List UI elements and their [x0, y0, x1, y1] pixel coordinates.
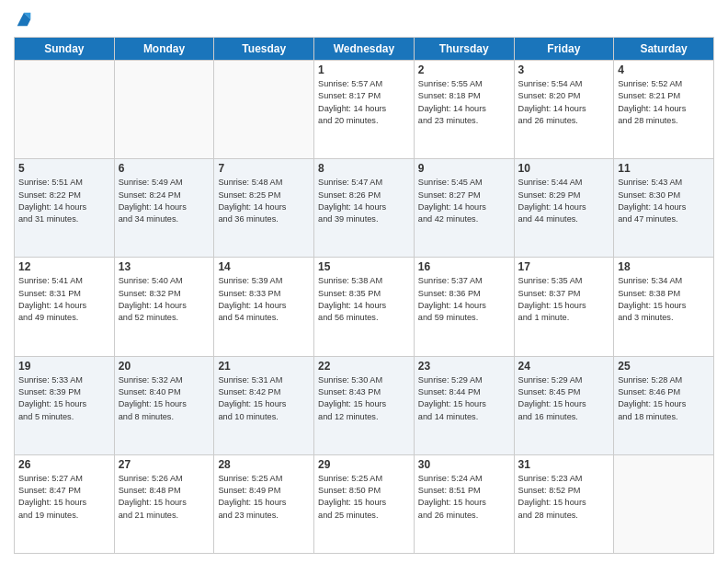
calendar-cell: 9Sunrise: 5:45 AM Sunset: 8:27 PM Daylig… [414, 159, 514, 258]
calendar-cell: 28Sunrise: 5:25 AM Sunset: 8:49 PM Dayli… [214, 454, 314, 553]
day-info: Sunrise: 5:30 AM Sunset: 8:43 PM Dayligh… [318, 374, 410, 423]
calendar-cell: 8Sunrise: 5:47 AM Sunset: 8:26 PM Daylig… [314, 159, 415, 258]
calendar-cell: 15Sunrise: 5:38 AM Sunset: 8:35 PM Dayli… [314, 258, 415, 356]
day-info: Sunrise: 5:55 AM Sunset: 8:18 PM Dayligh… [418, 78, 510, 127]
page: SundayMondayTuesdayWednesdayThursdayFrid… [0, 0, 728, 563]
day-info: Sunrise: 5:41 AM Sunset: 8:31 PM Dayligh… [18, 275, 110, 324]
day-number: 18 [618, 260, 710, 273]
day-number: 20 [119, 360, 210, 373]
calendar-cell: 23Sunrise: 5:29 AM Sunset: 8:44 PM Dayli… [414, 356, 514, 454]
day-number: 7 [218, 162, 310, 175]
day-number: 10 [518, 162, 610, 175]
day-number: 23 [418, 360, 510, 373]
calendar-cell: 21Sunrise: 5:31 AM Sunset: 8:42 PM Dayli… [214, 356, 314, 454]
calendar-cell: 11Sunrise: 5:43 AM Sunset: 8:30 PM Dayli… [614, 159, 714, 258]
day-info: Sunrise: 5:52 AM Sunset: 8:21 PM Dayligh… [618, 78, 710, 127]
weekday-header-monday: Monday [114, 38, 214, 61]
calendar-cell: 19Sunrise: 5:33 AM Sunset: 8:39 PM Dayli… [15, 356, 115, 454]
day-number: 16 [418, 260, 510, 273]
weekday-header-wednesday: Wednesday [314, 38, 415, 61]
calendar-cell: 16Sunrise: 5:37 AM Sunset: 8:36 PM Dayli… [414, 258, 514, 356]
weekday-header-sunday: Sunday [15, 38, 115, 61]
day-number: 17 [518, 260, 610, 273]
logo-icon [14, 9, 34, 29]
day-number: 2 [418, 63, 510, 76]
calendar-cell: 5Sunrise: 5:51 AM Sunset: 8:22 PM Daylig… [15, 159, 115, 258]
calendar-cell: 24Sunrise: 5:29 AM Sunset: 8:45 PM Dayli… [514, 356, 614, 454]
day-info: Sunrise: 5:24 AM Sunset: 8:51 PM Dayligh… [418, 473, 510, 522]
day-info: Sunrise: 5:47 AM Sunset: 8:26 PM Dayligh… [318, 177, 410, 225]
calendar-cell: 25Sunrise: 5:28 AM Sunset: 8:46 PM Dayli… [614, 356, 714, 454]
calendar-cell: 17Sunrise: 5:35 AM Sunset: 8:37 PM Dayli… [514, 258, 614, 356]
day-info: Sunrise: 5:34 AM Sunset: 8:38 PM Dayligh… [618, 275, 710, 324]
calendar-cell: 29Sunrise: 5:25 AM Sunset: 8:50 PM Dayli… [314, 454, 415, 553]
day-info: Sunrise: 5:44 AM Sunset: 8:29 PM Dayligh… [518, 177, 610, 225]
day-info: Sunrise: 5:38 AM Sunset: 8:35 PM Dayligh… [318, 275, 410, 324]
day-number: 19 [18, 360, 110, 373]
calendar-cell: 13Sunrise: 5:40 AM Sunset: 8:32 PM Dayli… [114, 258, 214, 356]
weekday-header-row: SundayMondayTuesdayWednesdayThursdayFrid… [15, 38, 714, 61]
calendar-week-4: 19Sunrise: 5:33 AM Sunset: 8:39 PM Dayli… [15, 356, 714, 454]
day-number: 14 [218, 260, 310, 273]
calendar-cell: 3Sunrise: 5:54 AM Sunset: 8:20 PM Daylig… [514, 61, 614, 159]
calendar-cell: 27Sunrise: 5:26 AM Sunset: 8:48 PM Dayli… [114, 454, 214, 553]
day-number: 8 [318, 162, 410, 175]
day-info: Sunrise: 5:43 AM Sunset: 8:30 PM Dayligh… [618, 177, 710, 225]
day-number: 4 [618, 63, 710, 76]
logo [14, 9, 38, 29]
day-number: 29 [318, 458, 410, 471]
calendar-cell: 7Sunrise: 5:48 AM Sunset: 8:25 PM Daylig… [214, 159, 314, 258]
calendar-cell [114, 61, 214, 159]
weekday-header-saturday: Saturday [614, 38, 714, 61]
day-info: Sunrise: 5:31 AM Sunset: 8:42 PM Dayligh… [218, 374, 310, 423]
calendar-cell [15, 61, 115, 159]
day-info: Sunrise: 5:49 AM Sunset: 8:24 PM Dayligh… [119, 177, 210, 225]
day-info: Sunrise: 5:51 AM Sunset: 8:22 PM Dayligh… [18, 177, 110, 225]
day-info: Sunrise: 5:29 AM Sunset: 8:45 PM Dayligh… [518, 374, 610, 423]
calendar-cell: 2Sunrise: 5:55 AM Sunset: 8:18 PM Daylig… [414, 61, 514, 159]
calendar-cell: 30Sunrise: 5:24 AM Sunset: 8:51 PM Dayli… [414, 454, 514, 553]
day-number: 12 [18, 260, 110, 273]
weekday-header-thursday: Thursday [414, 38, 514, 61]
day-number: 9 [418, 162, 510, 175]
calendar-cell: 4Sunrise: 5:52 AM Sunset: 8:21 PM Daylig… [614, 61, 714, 159]
calendar-cell: 31Sunrise: 5:23 AM Sunset: 8:52 PM Dayli… [514, 454, 614, 553]
weekday-header-tuesday: Tuesday [214, 38, 314, 61]
calendar-cell: 14Sunrise: 5:39 AM Sunset: 8:33 PM Dayli… [214, 258, 314, 356]
day-number: 22 [318, 360, 410, 373]
day-info: Sunrise: 5:29 AM Sunset: 8:44 PM Dayligh… [418, 374, 510, 423]
day-info: Sunrise: 5:54 AM Sunset: 8:20 PM Dayligh… [518, 78, 610, 127]
day-number: 3 [518, 63, 610, 76]
day-info: Sunrise: 5:23 AM Sunset: 8:52 PM Dayligh… [518, 473, 610, 522]
day-info: Sunrise: 5:35 AM Sunset: 8:37 PM Dayligh… [518, 275, 610, 324]
calendar-cell: 10Sunrise: 5:44 AM Sunset: 8:29 PM Dayli… [514, 159, 614, 258]
day-info: Sunrise: 5:45 AM Sunset: 8:27 PM Dayligh… [418, 177, 510, 225]
calendar-cell: 20Sunrise: 5:32 AM Sunset: 8:40 PM Dayli… [114, 356, 214, 454]
day-number: 27 [119, 458, 210, 471]
calendar-week-3: 12Sunrise: 5:41 AM Sunset: 8:31 PM Dayli… [15, 258, 714, 356]
day-number: 24 [518, 360, 610, 373]
day-number: 1 [318, 63, 410, 76]
day-number: 6 [119, 162, 210, 175]
calendar-table: SundayMondayTuesdayWednesdayThursdayFrid… [14, 37, 714, 554]
weekday-header-friday: Friday [514, 38, 614, 61]
day-number: 5 [18, 162, 110, 175]
day-number: 28 [218, 458, 310, 471]
calendar-week-5: 26Sunrise: 5:27 AM Sunset: 8:47 PM Dayli… [15, 454, 714, 553]
day-info: Sunrise: 5:32 AM Sunset: 8:40 PM Dayligh… [119, 374, 210, 423]
calendar-cell: 26Sunrise: 5:27 AM Sunset: 8:47 PM Dayli… [15, 454, 115, 553]
calendar-week-1: 1Sunrise: 5:57 AM Sunset: 8:17 PM Daylig… [15, 61, 714, 159]
day-number: 25 [618, 360, 710, 373]
calendar-cell: 1Sunrise: 5:57 AM Sunset: 8:17 PM Daylig… [314, 61, 415, 159]
day-info: Sunrise: 5:37 AM Sunset: 8:36 PM Dayligh… [418, 275, 510, 324]
day-number: 15 [318, 260, 410, 273]
day-number: 13 [119, 260, 210, 273]
header [14, 9, 714, 29]
day-info: Sunrise: 5:57 AM Sunset: 8:17 PM Dayligh… [318, 78, 410, 127]
day-info: Sunrise: 5:25 AM Sunset: 8:50 PM Dayligh… [318, 473, 410, 522]
day-info: Sunrise: 5:25 AM Sunset: 8:49 PM Dayligh… [218, 473, 310, 522]
calendar-cell: 22Sunrise: 5:30 AM Sunset: 8:43 PM Dayli… [314, 356, 415, 454]
day-info: Sunrise: 5:39 AM Sunset: 8:33 PM Dayligh… [218, 275, 310, 324]
day-info: Sunrise: 5:28 AM Sunset: 8:46 PM Dayligh… [618, 374, 710, 423]
calendar-cell: 12Sunrise: 5:41 AM Sunset: 8:31 PM Dayli… [15, 258, 115, 356]
